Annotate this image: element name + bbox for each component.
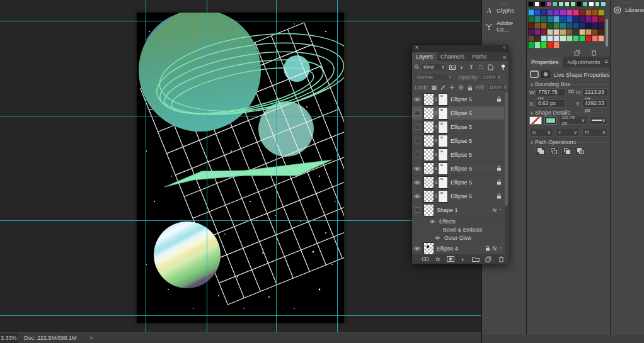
visibility-toggle[interactable]: [412, 120, 423, 133]
visibility-toggle[interactable]: [412, 106, 423, 120]
layer-lock-icon[interactable]: [497, 193, 502, 199]
swatch[interactable]: [547, 29, 553, 35]
swatch[interactable]: [592, 29, 598, 35]
tab-properties[interactable]: Properties: [527, 57, 563, 67]
layer-name[interactable]: Ellipse 4: [437, 245, 458, 252]
swatch[interactable]: [553, 35, 560, 42]
new-layer-icon[interactable]: [485, 256, 492, 263]
layer-name[interactable]: Shape 1: [437, 207, 458, 213]
swatch[interactable]: [541, 9, 547, 16]
lock-artboard-icon[interactable]: ⊞: [457, 84, 464, 91]
collapse-effects-icon[interactable]: ^: [499, 207, 502, 213]
layer-thumbnail[interactable]: [424, 135, 434, 147]
swatch[interactable]: [528, 42, 534, 48]
vertical-guide[interactable]: [276, 0, 277, 332]
layer-row[interactable]: 8Ellipse 5: [412, 93, 504, 106]
layer-thumbnail[interactable]: [424, 177, 434, 188]
filter-adjustment-icon[interactable]: ◐: [458, 64, 466, 70]
mask-link-icon[interactable]: 8: [434, 166, 439, 171]
mask-link-icon[interactable]: 8: [434, 111, 439, 115]
new-group-icon[interactable]: [472, 256, 480, 263]
link-layers-icon[interactable]: [422, 256, 429, 263]
mask-link-icon[interactable]: 8: [434, 152, 439, 157]
lock-pixels-icon[interactable]: [440, 84, 446, 91]
tab-adjustments[interactable]: Adjustments: [563, 57, 604, 67]
recent-swatch[interactable]: [570, 1, 576, 7]
swatch[interactable]: [592, 23, 598, 29]
link-dimensions-icon[interactable]: [568, 88, 575, 95]
filter-shape-icon[interactable]: □: [477, 64, 485, 70]
lock-position-icon[interactable]: ✛: [449, 84, 455, 91]
swatch[interactable]: [579, 23, 585, 29]
layer-effect-row[interactable]: Effects: [412, 217, 504, 225]
layer-row[interactable]: Ellipse 4fx^: [412, 242, 504, 254]
layer-name[interactable]: Ellipse 5: [451, 152, 472, 158]
layer-lock-icon[interactable]: [497, 179, 502, 185]
swatch[interactable]: [598, 16, 604, 22]
swatch[interactable]: [547, 23, 553, 29]
layer-name[interactable]: Ellipse 5: [451, 166, 472, 172]
layer-row[interactable]: 8Ellipse 5: [412, 106, 504, 120]
add-mask-icon[interactable]: [447, 256, 454, 263]
fill-field[interactable]: 100%∨: [487, 84, 506, 91]
stroke-width-field[interactable]: 23.79 px∨: [560, 116, 587, 125]
height-field[interactable]: 2213.93 px: [582, 88, 608, 96]
mask-link-icon[interactable]: 8: [434, 138, 439, 143]
filter-toggle-pin-icon[interactable]: [499, 64, 507, 70]
glyphs-panel-button[interactable]: A Glyphs: [485, 6, 514, 15]
swatch[interactable]: [579, 29, 585, 35]
layer-name[interactable]: Ellipse 5: [451, 124, 472, 130]
intersect-shapes-button[interactable]: [561, 146, 572, 155]
swatch[interactable]: [566, 35, 573, 42]
stroke-corner-select[interactable]: ⊓∨: [582, 128, 608, 137]
swatch[interactable]: [547, 35, 553, 42]
recent-swatch[interactable]: [577, 1, 582, 7]
layer-thumbnail[interactable]: [424, 108, 434, 119]
stroke-style-select[interactable]: ∨: [589, 116, 608, 125]
layer-name[interactable]: Ellipse 5: [451, 110, 472, 116]
recent-swatch[interactable]: [595, 1, 601, 7]
libraries-panel-button[interactable]: Libraries: [613, 6, 644, 14]
swatch[interactable]: [528, 9, 534, 16]
combine-shapes-button[interactable]: [535, 146, 546, 155]
swatch[interactable]: [528, 16, 534, 22]
layer-style-icon[interactable]: fx: [434, 256, 442, 263]
swatch[interactable]: [573, 9, 579, 16]
delete-swatch-button[interactable]: [590, 49, 597, 57]
canvas-artboard[interactable]: [137, 13, 344, 323]
swatch[interactable]: [598, 35, 604, 42]
vector-mask-thumbnail[interactable]: [439, 94, 447, 105]
effect-visibility-icon[interactable]: [434, 235, 440, 239]
swatch[interactable]: [598, 23, 604, 29]
close-icon[interactable]: ✕: [415, 45, 419, 50]
filter-type-icon[interactable]: T: [468, 64, 475, 70]
path-operations-section-header[interactable]: Path Operations: [530, 139, 576, 145]
layer-name[interactable]: Ellipse 5: [451, 138, 472, 144]
swatch[interactable]: [579, 9, 585, 16]
layer-row[interactable]: 8Ellipse 5: [412, 162, 504, 176]
layers-menu-icon[interactable]: ≡: [503, 52, 509, 61]
recent-swatch[interactable]: [582, 1, 588, 7]
layer-thumbnail[interactable]: [424, 149, 434, 160]
swatch[interactable]: [560, 23, 566, 29]
swatch[interactable]: [566, 9, 573, 16]
visibility-toggle[interactable]: [412, 93, 423, 106]
blend-mode-select[interactable]: Normal∨: [415, 74, 454, 81]
layer-effect-row[interactable]: Bevel & Emboss: [412, 225, 504, 233]
vector-mask-thumbnail[interactable]: [439, 135, 447, 147]
x-position-field[interactable]: 0.62 px: [536, 99, 566, 108]
swatch[interactable]: [534, 35, 541, 42]
swatch[interactable]: [553, 42, 560, 48]
y-position-field[interactable]: 4292.53 px: [582, 99, 608, 108]
stroke-align-select[interactable]: ⊙∨: [529, 128, 553, 137]
swatch[interactable]: [534, 23, 541, 29]
tab-layers[interactable]: Layers: [412, 52, 437, 61]
swatch[interactable]: [573, 16, 579, 22]
swatch[interactable]: [579, 16, 585, 22]
adobe-color-panel-button[interactable]: Adobe Co...: [485, 20, 526, 33]
swatches-scrollbar[interactable]: [606, 19, 608, 47]
layer-row[interactable]: 8Ellipse 5: [412, 134, 504, 148]
swatch[interactable]: [541, 35, 547, 42]
recent-swatch[interactable]: [528, 1, 534, 7]
recent-swatch[interactable]: [540, 1, 546, 7]
